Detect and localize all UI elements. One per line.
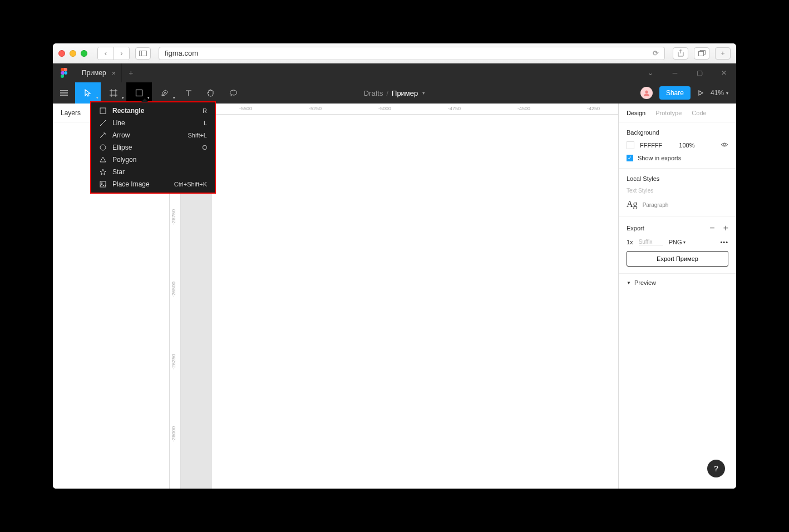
remove-export-button[interactable]: − (709, 223, 714, 233)
share-button[interactable]: Share (659, 86, 691, 100)
canvas-inner[interactable] (181, 115, 618, 489)
svg-point-24 (723, 144, 726, 146)
shape-line-item[interactable]: Line L (91, 117, 215, 129)
show-in-exports-checkbox[interactable]: ✓ (627, 155, 633, 161)
close-tab-icon[interactable]: × (112, 69, 116, 77)
frame-tool[interactable]: ▾ (101, 82, 126, 104)
ruler-tick: -5500 (239, 106, 252, 111)
tab-design[interactable]: Design (627, 110, 645, 116)
background-row: FFFFFF 100% (627, 141, 728, 149)
minimize-window-button[interactable] (70, 50, 76, 57)
breadcrumb[interactable]: Drafts / Пример ▾ (364, 89, 426, 97)
toolbar-right: Share 41% ▾ (640, 86, 736, 100)
shape-ellipse-item[interactable]: Ellipse O (91, 141, 215, 154)
svg-rect-8 (62, 71, 64, 75)
add-export-button[interactable]: + (723, 223, 728, 233)
url-text: figma.com (165, 49, 198, 57)
browser-titlebar: ‹ › figma.com ⟳ + (53, 43, 736, 63)
chevron-down-icon: ▾ (173, 96, 175, 100)
svg-point-20 (165, 92, 166, 93)
sidebar-toggle-button[interactable] (135, 47, 151, 60)
chevron-down-icon: ▾ (726, 91, 728, 96)
svg-rect-19 (136, 90, 142, 96)
star-icon (99, 168, 107, 176)
svg-point-23 (645, 91, 648, 93)
properties-panel: Design Prototype Code Background FFFFFF … (618, 104, 736, 489)
maximize-native-button[interactable]: ▢ (687, 63, 712, 82)
text-style-item[interactable]: Ag Paragraph (627, 199, 728, 209)
avatar[interactable] (640, 87, 653, 99)
svg-rect-29 (100, 181, 106, 187)
zoom-control[interactable]: 41% ▾ (711, 89, 728, 97)
svg-rect-6 (64, 68, 66, 71)
back-button[interactable]: ‹ (98, 47, 114, 60)
svg-point-28 (100, 145, 106, 150)
canvas-page[interactable] (212, 115, 618, 489)
ruler-tick: -4500 (517, 106, 530, 111)
comment-tool[interactable] (222, 82, 244, 104)
help-button[interactable]: ? (707, 460, 725, 477)
background-title: Background (627, 129, 728, 136)
tabs-browser-button[interactable] (694, 47, 709, 60)
export-more-button[interactable]: ••• (720, 239, 728, 245)
hand-tool[interactable] (200, 82, 222, 104)
ruler-tick: -26000 (171, 426, 176, 442)
text-tool[interactable] (177, 82, 200, 104)
svg-rect-2 (698, 52, 703, 56)
file-tab[interactable]: Пример × (75, 63, 122, 82)
url-bar[interactable]: figma.com ⟳ (159, 47, 665, 60)
layers-tab-label[interactable]: Layers (61, 109, 81, 117)
show-in-exports-row[interactable]: ✓ Show in exports (627, 155, 728, 161)
shape-tool[interactable]: ▾ (126, 82, 152, 104)
share-browser-button[interactable] (673, 47, 688, 60)
close-window-button[interactable] (58, 50, 65, 57)
bg-hex-value[interactable]: FFFFFF (640, 142, 662, 149)
figma-tabs-bar: Пример × + ⌄ ─ ▢ ✕ (53, 63, 736, 82)
preview-row[interactable]: ▼ Preview (619, 274, 736, 292)
shape-rectangle-item[interactable]: Rectangle R (91, 105, 215, 117)
text-style-preview: Ag (627, 199, 638, 209)
export-format-select[interactable]: PNG ▾ (669, 239, 686, 245)
pen-tool[interactable]: ▾ (152, 82, 177, 104)
forward-button[interactable]: › (114, 47, 129, 60)
figma-logo[interactable] (53, 63, 75, 82)
new-tab-browser-button[interactable]: + (715, 47, 731, 60)
text-icon (185, 89, 193, 97)
shape-item-label: Star (112, 168, 125, 176)
reload-icon[interactable]: ⟳ (653, 49, 659, 57)
new-file-tab-button[interactable]: + (122, 68, 140, 77)
move-tool[interactable]: ▾ (75, 82, 101, 104)
ruler-tick: -4250 (587, 106, 600, 111)
visibility-toggle[interactable] (721, 142, 728, 149)
canvas-area[interactable]: -5500 -5250 -5000 -4750 -4500 -4250 -400… (170, 104, 618, 489)
minimize-native-button[interactable]: ─ (663, 63, 687, 82)
shape-item-shortcut: O (202, 144, 207, 151)
shape-arrow-item[interactable]: Arrow Shift+L (91, 129, 215, 141)
background-section: Background FFFFFF 100% ✓ Show in exports (619, 122, 736, 169)
svg-rect-4 (62, 68, 64, 71)
tab-prototype[interactable]: Prototype (655, 110, 682, 116)
color-swatch[interactable] (627, 141, 634, 149)
present-button[interactable] (697, 90, 704, 96)
shape-star-item[interactable]: Star (91, 166, 215, 178)
shape-place-image-item[interactable]: Place Image Ctrl+Shift+K (91, 178, 215, 190)
svg-line-26 (100, 120, 106, 126)
main-menu-button[interactable] (53, 90, 75, 96)
chevron-down-icon[interactable]: ⌄ (638, 63, 663, 82)
close-native-button[interactable]: ✕ (712, 63, 736, 82)
hamburger-icon (60, 90, 68, 96)
tab-code[interactable]: Code (692, 110, 706, 116)
export-scale[interactable]: 1x (627, 239, 633, 245)
shape-polygon-item[interactable]: Polygon (91, 154, 215, 166)
native-window-controls: ⌄ ─ ▢ ✕ (638, 63, 736, 82)
bg-opacity-value[interactable]: 100% (679, 142, 694, 149)
ruler-tick: -26750 (171, 209, 176, 225)
ruler-tick: -5250 (309, 106, 322, 111)
shape-item-label: Rectangle (112, 107, 144, 115)
svg-line-27 (100, 133, 105, 138)
rectangle-icon (135, 89, 143, 97)
file-tab-label: Пример (82, 69, 106, 77)
export-button[interactable]: Export Пример (627, 251, 728, 267)
maximize-window-button[interactable] (81, 50, 87, 57)
export-suffix-input[interactable]: Suffix (639, 239, 663, 245)
